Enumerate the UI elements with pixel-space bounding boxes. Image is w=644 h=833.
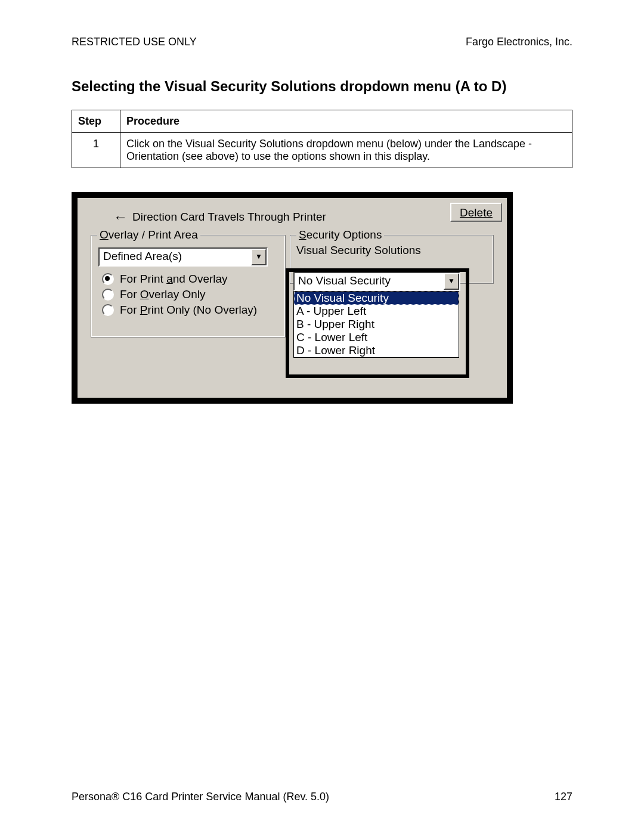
direction-label: Direction Card Travels Through Printer <box>132 210 483 224</box>
page-number: 127 <box>555 791 572 803</box>
page-footer: Persona® C16 Card Printer Service Manual… <box>72 791 572 803</box>
step-number: 1 <box>72 133 120 168</box>
col-step: Step <box>72 110 120 133</box>
security-group-label: Security Options <box>296 228 384 241</box>
dialog-screenshot: ← Direction Card Travels Through Printer… <box>72 192 513 404</box>
overlay-radio-group: For Print and Overlay For Overlay Only F… <box>102 272 257 319</box>
visual-security-label: Visual Security Solutions <box>296 244 421 257</box>
delete-button[interactable]: Delete <box>450 203 502 222</box>
visual-security-dropdown[interactable]: No Visual Security A - Upper Left B - Up… <box>293 291 459 358</box>
radio-icon <box>102 289 114 301</box>
footer-left: Persona® C16 Card Printer Service Manual… <box>72 791 329 803</box>
overlay-print-area-group: Overlay / Print Area Defined Area(s) ▼ F… <box>91 235 286 337</box>
option-no-visual-security[interactable]: No Visual Security <box>294 292 459 305</box>
section-title: Selecting the Visual Security Solutions … <box>72 78 572 95</box>
option-b-upper-right[interactable]: B - Upper Right <box>294 318 459 331</box>
header-left: RESTRICTED USE ONLY <box>72 36 197 48</box>
direction-row: ← Direction Card Travels Through Printer <box>113 209 483 225</box>
visual-security-combo-text: No Visual Security <box>295 273 444 290</box>
overlay-group-label: Overlay / Print Area <box>97 228 200 241</box>
page-header: RESTRICTED USE ONLY Fargo Electronics, I… <box>72 36 572 48</box>
radio-overlay-only[interactable]: For Overlay Only <box>102 288 257 301</box>
option-a-upper-left[interactable]: A - Upper Left <box>294 305 459 318</box>
procedure-table: Step Procedure 1 Click on the Visual Sec… <box>72 110 572 168</box>
radio-print-and-overlay[interactable]: For Print and Overlay <box>102 272 257 286</box>
chevron-down-icon[interactable]: ▼ <box>251 249 267 265</box>
option-d-lower-right[interactable]: D - Lower Right <box>294 344 459 357</box>
arrow-left-icon: ← <box>113 209 128 225</box>
overlay-area-combo-text: Defined Area(s) <box>100 249 251 265</box>
option-c-lower-left[interactable]: C - Lower Left <box>294 331 459 344</box>
overlay-area-combo[interactable]: Defined Area(s) ▼ <box>98 247 268 267</box>
header-right: Fargo Electronics, Inc. <box>466 36 572 48</box>
step-procedure: Click on the Visual Security Solutions d… <box>120 133 572 168</box>
radio-icon <box>102 273 114 285</box>
chevron-down-icon[interactable]: ▼ <box>444 273 459 290</box>
col-procedure: Procedure <box>120 110 572 133</box>
radio-print-only[interactable]: For Print Only (No Overlay) <box>102 304 257 317</box>
radio-icon <box>102 304 114 316</box>
visual-security-combo[interactable]: No Visual Security ▼ <box>293 272 460 291</box>
